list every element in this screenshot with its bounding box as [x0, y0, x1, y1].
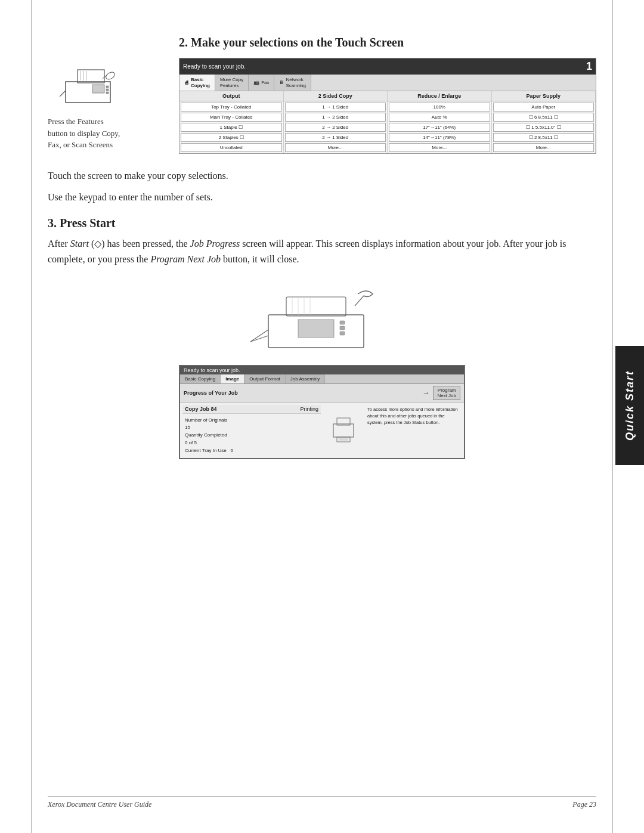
ts-tab-network-scanning[interactable]: 🖥 NetworkScanning: [274, 75, 311, 91]
ts-cell-reduce-2[interactable]: Auto %: [389, 113, 490, 122]
caption-text: Press the Features button to display Cop…: [48, 116, 179, 151]
svg-rect-13: [286, 297, 346, 316]
ts-cell-2sided-2[interactable]: 1 → 2 Sided: [285, 113, 386, 122]
ts-cell-output-2[interactable]: Main Tray - Collated: [181, 113, 282, 122]
prog-next-job-button[interactable]: ProgramNext Job: [433, 386, 460, 400]
svg-rect-1: [78, 70, 104, 83]
svg-rect-20: [298, 320, 334, 337]
para-program-next-job: Program Next Job: [150, 254, 221, 264]
printer-image: [60, 58, 125, 109]
svg-rect-5: [106, 89, 109, 91]
ts-col-header-paper: Paper Supply: [492, 91, 596, 101]
progress-outer: Ready to scan your job. Basic Copying Im…: [179, 365, 465, 459]
prog-header-row: Progress of Your Job → ProgramNext Job: [180, 384, 464, 402]
ts-cell-reduce-more[interactable]: More...: [389, 143, 490, 152]
ts-cell-paper-1[interactable]: Auto Paper: [493, 103, 595, 112]
progress-screenshot: Ready to scan your job. Basic Copying Im…: [179, 285, 465, 459]
svg-rect-4: [106, 86, 109, 88]
prog-status-bar: Ready to scan your job.: [180, 366, 464, 374]
ts-cell-paper-3[interactable]: ☐ 1 5.5x11.0" ☐: [493, 123, 595, 132]
ts-cell-2sided-3[interactable]: 2 → 2 Sided: [285, 123, 386, 132]
prog-tab-image[interactable]: Image: [221, 374, 244, 383]
body-text-1: Touch the screen to make your copy selec…: [48, 168, 596, 184]
ts-cell-reduce-3[interactable]: 17"→11" (64%): [389, 123, 490, 132]
ts-status-bar: Ready to scan your job. 1: [179, 58, 596, 75]
ts-cell-paper-more[interactable]: More...: [493, 143, 595, 152]
ts-col-reduce: 100% Auto % 17"→11" (64%) 14"→11" (78%) …: [388, 101, 492, 153]
prog-job-label: Copy Job 84: [185, 406, 217, 412]
ts-cell-output-5[interactable]: Uncollated: [181, 143, 282, 152]
svg-line-19: [250, 336, 268, 342]
ts-cell-paper-2[interactable]: ☐ 6 8.5x11 ☐: [493, 113, 595, 122]
ts-cell-2sided-4[interactable]: 2 → 1 Sided: [285, 133, 386, 142]
top-section: Press the Features button to display Cop…: [48, 58, 596, 154]
prog-tabs: Basic Copying Image Output Format Job As…: [180, 374, 464, 384]
ts-cell-output-1[interactable]: Top Tray - Collated: [181, 103, 282, 112]
ts-tab-fax[interactable]: 📠 Fax: [249, 75, 274, 91]
page-border-right: [612, 0, 613, 833]
ts-cell-paper-4[interactable]: ☐ 2 8.5x11 ☐: [493, 133, 595, 142]
quick-start-label: Quick Start: [624, 370, 636, 441]
svg-rect-6: [106, 92, 109, 94]
prog-job-row: Copy Job 84 Printing: [182, 405, 321, 414]
quick-start-tab: Quick Start: [615, 346, 644, 465]
press-start-paragraph: After Start (◇) has been pressed, the Jo…: [48, 236, 596, 267]
svg-rect-22: [340, 326, 345, 330]
ts-cell-2sided-1[interactable]: 1 → 1 Sided: [285, 103, 386, 112]
footer-left: Xerox Document Centre User Guide: [48, 800, 151, 809]
section2-heading: 2. Make your selections on the Touch Scr…: [179, 36, 596, 49]
svg-rect-23: [340, 332, 345, 335]
prog-left: Copy Job 84 Printing Number of Originals…: [182, 405, 321, 456]
left-column: Press the Features button to display Cop…: [48, 58, 179, 151]
ts-col-header-reduce: Reduce / Enlarge: [388, 91, 492, 101]
prog-arrow-right: →: [422, 389, 429, 397]
para-after: After: [48, 239, 70, 249]
prog-middle: [326, 405, 361, 456]
ts-col-2sided: 1 → 1 Sided 1 → 2 Sided 2 → 2 Sided 2 → …: [284, 101, 388, 153]
footer: Xerox Document Centre User Guide Page 23: [48, 796, 596, 809]
svg-rect-3: [92, 85, 104, 93]
ts-col-output: Top Tray - Collated Main Tray - Collated…: [179, 101, 284, 153]
ts-cell-2sided-more[interactable]: More...: [285, 143, 386, 152]
ts-tab-more-copy[interactable]: More CopyFeatures: [215, 75, 249, 91]
prog-tab-job[interactable]: Job Assembly: [286, 374, 325, 383]
ts-col-paper: Auto Paper ☐ 6 8.5x11 ☐ ☐ 1 5.5x11.0" ☐ …: [492, 101, 596, 153]
prog-job-status: Printing: [300, 406, 318, 412]
ts-tabs: 🖨 BasicCopying More CopyFeatures 📠 Fax 🖥…: [179, 75, 596, 91]
para-end: button, it will close.: [223, 254, 299, 264]
para-start-symbol: (◇): [91, 239, 107, 249]
prog-section-label: Progress of Your Job: [184, 390, 238, 396]
svg-line-24: [355, 296, 364, 306]
fax-machine-image: [239, 285, 405, 357]
ts-col-header-output: Output: [179, 91, 284, 101]
svg-rect-27: [337, 437, 350, 442]
caption-line1: Press the Features: [48, 116, 179, 128]
ts-tab-basic-copying[interactable]: 🖨 BasicCopying: [179, 75, 215, 91]
prog-tab-basic[interactable]: Basic Copying: [180, 374, 221, 383]
prog-tab-output[interactable]: Output Format: [244, 374, 286, 383]
svg-line-8: [103, 75, 107, 79]
ts-cell-reduce-1[interactable]: 100%: [389, 103, 490, 112]
para-job-progress: Job Progress: [190, 239, 240, 249]
caption-line2: button to display Copy,: [48, 128, 179, 140]
page-border-left: [31, 0, 32, 833]
prog-body: Copy Job 84 Printing Number of Originals…: [180, 402, 464, 458]
svg-line-2: [60, 91, 66, 97]
caption-line3: Fax, or Scan Screens: [48, 139, 179, 151]
svg-rect-25: [333, 424, 354, 437]
para-start-label: Start: [70, 239, 89, 249]
printer-icon: [60, 58, 125, 109]
ts-col-header-2sided: 2 Sided Copy: [284, 91, 388, 101]
body-text-2: Use the keypad to enter the number of se…: [48, 190, 596, 205]
ts-cell-output-3[interactable]: 1 Staple ☐: [181, 123, 282, 132]
ts-page-number: 1: [586, 60, 592, 73]
prog-right: To access more options and more informat…: [366, 405, 462, 456]
ts-col-headers: Output 2 Sided Copy Reduce / Enlarge Pap…: [179, 91, 596, 101]
prog-printer-icon: [329, 415, 358, 445]
footer-right: Page 23: [572, 800, 596, 809]
prog-detail: Number of Originals 15 Quantity Complete…: [182, 416, 321, 456]
ts-rows: Top Tray - Collated Main Tray - Collated…: [179, 101, 596, 153]
touchscreen: Ready to scan your job. 1 🖨 BasicCopying…: [179, 58, 596, 154]
ts-cell-reduce-4[interactable]: 14"→11" (78%): [389, 133, 490, 142]
ts-cell-output-4[interactable]: 2 Staples ☐: [181, 133, 282, 142]
